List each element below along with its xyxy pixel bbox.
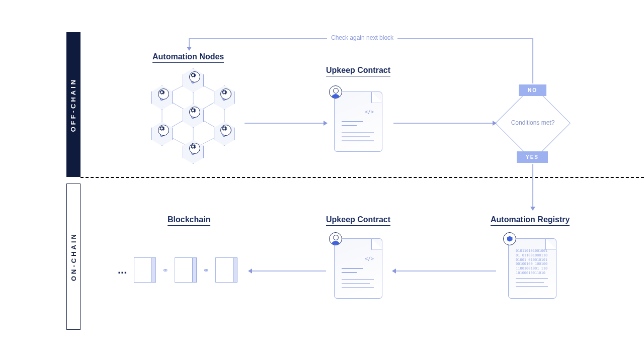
- on-chain-text: ON-CHAIN: [70, 232, 77, 281]
- user-avatar-icon: [329, 232, 342, 245]
- automation-registry-graphic: 01011010100100101 01100100011001001 0100…: [508, 238, 556, 299]
- decision-no-label: NO: [519, 84, 546, 96]
- feedback-line-up: [532, 38, 533, 83]
- gear-icon: [189, 71, 200, 82]
- off-chain-label: OFF-CHAIN: [66, 32, 80, 177]
- decision-yes-label: YES: [517, 151, 548, 163]
- block-icon: [175, 257, 197, 283]
- title-upkeep-contract-bottom: Upkeep Contract: [326, 215, 390, 226]
- block-icon: [215, 257, 237, 283]
- chain-link-icon: ⚭: [162, 265, 169, 275]
- off-chain-text: OFF-CHAIN: [70, 77, 77, 132]
- title-automation-registry: Automation Registry: [491, 215, 570, 226]
- on-chain-label: ON-CHAIN: [66, 184, 80, 330]
- gear-icon: [189, 107, 200, 118]
- registry-binary-text: 01011010100100101 01100100011001001 0100…: [516, 249, 549, 276]
- arrow-nodes-to-upkeep: [245, 123, 324, 124]
- automation-nodes-graphic: 0 0 0 0 0 0 0: [148, 68, 238, 169]
- chainlink-hex-icon: [503, 232, 516, 245]
- code-icon: </>: [365, 256, 374, 261]
- gear-icon: [189, 143, 200, 154]
- upkeep-contract-bottom-graphic: </>: [334, 238, 382, 299]
- arrow-registry-to-upkeep: [395, 270, 496, 272]
- arrow-upkeep-to-blockchain: [252, 270, 326, 272]
- blockchain-graphic: ... ⚭ ⚭: [118, 257, 237, 283]
- block-icon: [134, 257, 156, 283]
- offchain-onchain-divider: [80, 177, 644, 178]
- gear-icon: [220, 125, 231, 136]
- feedback-caption: Check again next block: [327, 34, 397, 41]
- title-blockchain: Blockchain: [168, 215, 210, 226]
- code-icon: </>: [365, 109, 374, 115]
- arrow-yes-down: [532, 164, 533, 207]
- gear-icon: [220, 88, 231, 100]
- chain-link-icon: ⚭: [203, 265, 209, 275]
- ellipsis: ...: [118, 263, 127, 277]
- title-automation-nodes: Automation Nodes: [152, 52, 224, 63]
- decision-question: Conditions met?: [500, 90, 566, 156]
- gear-icon: [158, 88, 169, 100]
- feedback-line-down-arrow: [189, 38, 190, 47]
- decision-conditions-met: Conditions met?: [500, 90, 566, 156]
- user-avatar-icon: [329, 85, 342, 99]
- title-upkeep-contract-top: Upkeep Contract: [326, 66, 390, 76]
- upkeep-contract-top-graphic: </>: [334, 92, 382, 152]
- arrow-upkeep-to-decision: [393, 123, 493, 124]
- gear-icon: [158, 125, 169, 136]
